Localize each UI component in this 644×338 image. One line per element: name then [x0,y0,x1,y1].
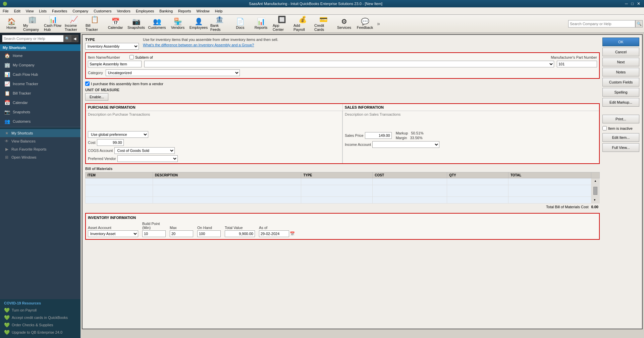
bom-item-cell-3[interactable] [86,197,153,204]
item-name-input[interactable] [88,61,142,67]
sidebar-search-button[interactable]: 🔍 [64,35,71,42]
next-button[interactable]: Next [602,58,639,66]
bom-type-cell-3[interactable] [301,197,373,204]
menu-file[interactable]: File [0,7,11,14]
as-of-input[interactable] [259,230,289,237]
edit-item-button[interactable]: Edit Item... [602,133,639,142]
table-row[interactable]: ▼ [86,197,600,204]
sidebar-my-shortcuts[interactable]: ★ My Shortcuts [0,129,80,137]
toolbar-cash-flow[interactable]: 📊 Cash Flow Hub [43,15,63,32]
cancel-button[interactable]: Cancel [602,48,639,56]
type-select[interactable]: Inventory Assembly [85,43,139,50]
menu-customers[interactable]: Customers [91,7,114,14]
sidebar-search-input[interactable] [2,35,64,42]
toolbar-income-tracker[interactable]: 📈 Income Tracker [64,15,84,32]
bom-type-cell[interactable] [301,178,373,185]
sales-desc[interactable] [345,112,597,129]
covid-payroll[interactable]: 💚 Turn on Payroll [4,306,76,314]
vendor-select[interactable] [117,155,178,162]
bom-type-cell-2[interactable] [301,185,373,197]
menu-favorites[interactable]: Favorites [49,7,70,14]
covid-credit-cards[interactable]: 💚 Accept credit cards in QuickBooks [4,314,76,321]
toolbar-snapshots[interactable]: 📷 Snapshots [126,15,146,32]
toolbar-bank-feeds[interactable]: 🏦 Bank Feeds [209,15,229,32]
covid-upgrade[interactable]: 💚 Upgrade to QB Enterprise 24.0 [4,329,76,336]
bom-desc-cell-3[interactable] [153,197,301,204]
minimize-btn[interactable]: ─ [624,1,629,6]
menu-lists[interactable]: Lists [36,7,49,14]
bom-cost-cell-3[interactable] [373,197,447,204]
menu-help[interactable]: Help [212,7,225,14]
bom-total-cell[interactable] [508,178,591,185]
sidebar-item-calendar[interactable]: 📅 Calendar [0,98,80,107]
print-button[interactable]: Print... [602,115,639,123]
close-btn[interactable]: ✕ [636,1,641,6]
bom-cost-cell[interactable] [373,178,447,185]
sidebar-open-windows[interactable]: ⊞ Open Windows [0,153,80,161]
toolbar-search-button[interactable]: 🔍 [635,20,643,27]
sales-price-input[interactable] [365,132,392,139]
purchase-desc[interactable] [88,112,340,129]
bom-item-cell-2[interactable] [86,185,153,197]
scroll-thumb[interactable] [593,187,597,195]
toolbar-home[interactable]: 🏠 Home [1,15,21,32]
menu-banking[interactable]: Banking [157,7,175,14]
bom-cost-cell-2[interactable] [373,185,447,197]
menu-edit[interactable]: Edit [11,7,23,14]
toolbar-bill-tracker[interactable]: 📋 Bill Tracker [85,15,105,32]
total-value-input[interactable] [225,230,255,237]
menu-reports[interactable]: Reports [175,7,194,14]
toolbar-reports[interactable]: 📊 Reports [251,15,271,32]
spelling-button[interactable]: Spelling [602,88,639,97]
menu-vendors[interactable]: Vendors [114,7,133,14]
sidebar-item-customers[interactable]: 👥 Customers [0,117,80,126]
toolbar-app-center[interactable]: 🔲 App Center [272,15,292,32]
income-account-select[interactable] [372,141,439,148]
edit-markup-button[interactable]: Edit Markup... [602,98,639,107]
toolbar-docs[interactable]: 📄 Docs [230,15,250,32]
mfr-number-input[interactable] [557,61,597,67]
sidebar-item-income-tracker[interactable]: 📈 Income Tracker [0,79,80,89]
toolbar-more[interactable]: » [376,21,381,27]
sidebar-item-cash-flow[interactable]: 📊 Cash Flow Hub [0,70,80,79]
toolbar-employees[interactable]: 👤 Employees [189,15,209,32]
sidebar-item-home[interactable]: 🏠 Home [0,51,80,60]
ok-button[interactable]: OK [602,38,639,46]
bom-desc-cell-2[interactable] [153,185,301,197]
calendar-picker-icon[interactable]: 📅 [290,231,295,236]
table-row[interactable] [86,185,600,197]
bom-qty-cell[interactable] [447,178,508,185]
cost-input[interactable] [97,139,124,146]
bom-qty-cell-2[interactable] [447,185,508,197]
custom-fields-button[interactable]: Custom Fields [602,78,639,87]
sidebar-view-balances[interactable]: 👁 View Balances [0,137,80,145]
type-link-text[interactable]: What's the difference between an Invento… [143,43,254,47]
bom-qty-cell-3[interactable] [447,197,508,204]
bom-desc-cell[interactable] [153,178,301,185]
bom-total-cell-2[interactable] [508,185,591,197]
sidebar-my-shortcuts-header[interactable]: My Shortcuts [0,44,80,51]
enable-button[interactable]: Enable... [85,93,108,101]
toolbar-calendar[interactable]: 📅 Calendar [105,15,125,32]
toolbar-services[interactable]: ⚙ Services [334,15,354,32]
build-point-input[interactable] [142,230,166,237]
purchase-checkbox[interactable] [85,81,90,86]
menu-company[interactable]: Company [70,7,91,14]
bom-item-cell[interactable] [86,178,153,185]
toolbar-credit-cards[interactable]: 💳 Credit Cards [313,15,333,32]
scroll-down-btn[interactable]: ▼ [593,199,597,202]
menu-employees[interactable]: Employees [133,7,157,14]
covid-title[interactable]: COVID-19 Resources [4,301,76,305]
menu-view[interactable]: View [23,7,37,14]
notes-button[interactable]: Notes [602,68,639,76]
sidebar-collapse-button[interactable]: ◀ [71,35,78,42]
subitem-select[interactable] [144,61,554,67]
sidebar-run-reports[interactable]: ▶ Run Favorite Reports [0,145,80,153]
subitem-checkbox[interactable] [129,55,134,59]
toolbar-feedback[interactable]: 💬 Feedback [355,15,375,32]
sidebar-item-my-company[interactable]: 🏢 My Company [0,60,80,70]
toolbar-vendors[interactable]: 🏪 Vendors [168,15,188,32]
bom-total-cell-3[interactable] [508,197,591,204]
menu-window[interactable]: Window [194,7,212,14]
category-select[interactable]: Uncategorized [106,69,240,76]
